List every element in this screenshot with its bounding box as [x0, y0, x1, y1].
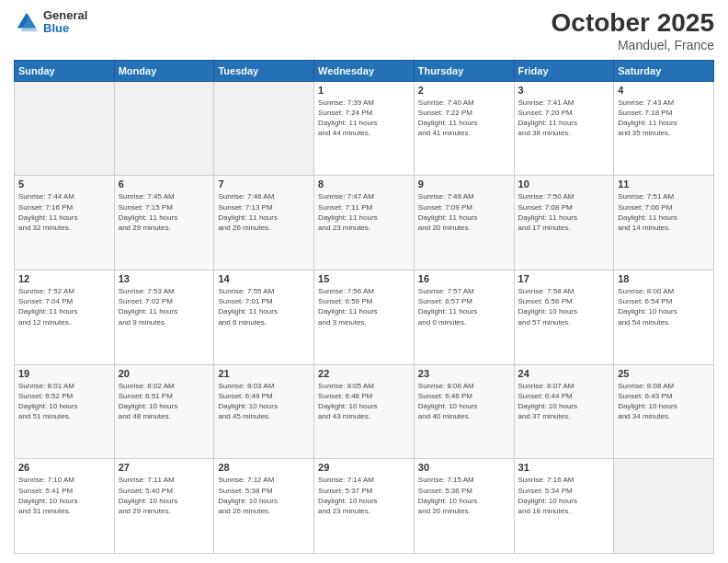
calendar-cell: 3Sunrise: 7:41 AM Sunset: 7:20 PM Daylig… [514, 81, 614, 176]
day-number: 12 [18, 273, 110, 284]
calendar-cell: 15Sunrise: 7:56 AM Sunset: 6:59 PM Dayli… [314, 270, 415, 365]
calendar-day-header: Sunday [15, 60, 115, 81]
day-number: 31 [518, 462, 610, 473]
calendar-cell: 1Sunrise: 7:39 AM Sunset: 7:24 PM Daylig… [314, 81, 415, 176]
calendar-cell: 11Sunrise: 7:51 AM Sunset: 7:06 PM Dayli… [614, 176, 714, 270]
day-info: Sunrise: 7:49 AM Sunset: 7:09 PM Dayligh… [418, 191, 510, 233]
calendar-day-header: Thursday [414, 60, 514, 81]
day-number: 23 [418, 368, 510, 379]
day-number: 11 [618, 178, 710, 190]
day-number: 15 [318, 273, 410, 284]
day-info: Sunrise: 7:15 AM Sunset: 5:36 PM Dayligh… [418, 475, 510, 516]
day-info: Sunrise: 7:52 AM Sunset: 7:04 PM Dayligh… [18, 286, 110, 327]
calendar-cell: 8Sunrise: 7:47 AM Sunset: 7:11 PM Daylig… [314, 176, 415, 270]
day-info: Sunrise: 7:53 AM Sunset: 7:02 PM Dayligh… [119, 286, 210, 327]
calendar-week-row: 1Sunrise: 7:39 AM Sunset: 7:24 PM Daylig… [15, 81, 714, 176]
calendar-cell: 17Sunrise: 7:58 AM Sunset: 6:56 PM Dayli… [514, 270, 614, 365]
calendar-week-row: 26Sunrise: 7:10 AM Sunset: 5:41 PM Dayli… [15, 459, 714, 554]
day-info: Sunrise: 7:41 AM Sunset: 7:20 PM Dayligh… [518, 98, 610, 139]
day-info: Sunrise: 7:43 AM Sunset: 7:18 PM Dayligh… [618, 98, 710, 139]
calendar-cell: 12Sunrise: 7:52 AM Sunset: 7:04 PM Dayli… [15, 270, 115, 365]
day-info: Sunrise: 7:46 AM Sunset: 7:13 PM Dayligh… [218, 191, 310, 233]
day-number: 1 [318, 85, 410, 96]
day-number: 16 [418, 273, 510, 284]
day-info: Sunrise: 7:14 AM Sunset: 5:37 PM Dayligh… [318, 475, 410, 516]
day-info: Sunrise: 7:12 AM Sunset: 5:38 PM Dayligh… [218, 475, 310, 516]
day-info: Sunrise: 7:10 AM Sunset: 5:41 PM Dayligh… [18, 475, 110, 516]
calendar-cell: 4Sunrise: 7:43 AM Sunset: 7:18 PM Daylig… [614, 81, 714, 176]
day-info: Sunrise: 7:57 AM Sunset: 6:57 PM Dayligh… [418, 286, 510, 327]
calendar-cell [614, 459, 714, 554]
calendar-cell: 5Sunrise: 7:44 AM Sunset: 7:16 PM Daylig… [15, 176, 115, 270]
day-info: Sunrise: 8:03 AM Sunset: 6:49 PM Dayligh… [218, 381, 310, 422]
day-number: 25 [618, 368, 710, 379]
day-number: 21 [218, 368, 310, 379]
day-info: Sunrise: 7:45 AM Sunset: 7:15 PM Dayligh… [119, 191, 210, 233]
calendar-cell [15, 81, 115, 176]
calendar-day-header: Wednesday [314, 60, 415, 81]
calendar-cell: 13Sunrise: 7:53 AM Sunset: 7:02 PM Dayli… [114, 270, 214, 365]
calendar-cell: 10Sunrise: 7:50 AM Sunset: 7:08 PM Dayli… [514, 176, 614, 270]
day-number: 5 [18, 178, 110, 190]
calendar-day-header: Monday [114, 60, 214, 81]
month-title: October 2025 [552, 9, 714, 38]
day-info: Sunrise: 7:39 AM Sunset: 7:24 PM Dayligh… [318, 98, 410, 139]
calendar-day-header: Saturday [614, 60, 714, 81]
day-info: Sunrise: 8:02 AM Sunset: 6:51 PM Dayligh… [119, 381, 210, 422]
day-info: Sunrise: 7:50 AM Sunset: 7:08 PM Dayligh… [518, 191, 610, 233]
calendar-cell: 30Sunrise: 7:15 AM Sunset: 5:36 PM Dayli… [414, 459, 514, 554]
day-number: 20 [119, 368, 210, 379]
calendar-cell: 24Sunrise: 8:07 AM Sunset: 6:44 PM Dayli… [514, 364, 614, 459]
calendar-cell: 20Sunrise: 8:02 AM Sunset: 6:51 PM Dayli… [114, 364, 214, 459]
day-number: 26 [18, 462, 110, 473]
day-info: Sunrise: 8:07 AM Sunset: 6:44 PM Dayligh… [518, 381, 610, 422]
location: Manduel, France [552, 38, 714, 52]
calendar-cell: 19Sunrise: 8:01 AM Sunset: 6:52 PM Dayli… [15, 364, 115, 459]
day-number: 8 [318, 178, 410, 190]
calendar-day-header: Tuesday [214, 60, 314, 81]
day-info: Sunrise: 8:05 AM Sunset: 6:48 PM Dayligh… [318, 381, 410, 422]
day-number: 28 [218, 462, 310, 473]
title-block: October 2025 Manduel, France [552, 9, 714, 52]
day-info: Sunrise: 7:55 AM Sunset: 7:01 PM Dayligh… [218, 286, 310, 327]
logo-general: General [43, 9, 87, 22]
day-number: 19 [18, 368, 110, 379]
calendar-cell: 14Sunrise: 7:55 AM Sunset: 7:01 PM Dayli… [214, 270, 314, 365]
day-number: 9 [418, 178, 510, 190]
day-number: 3 [518, 85, 610, 96]
day-info: Sunrise: 8:08 AM Sunset: 6:43 PM Dayligh… [618, 381, 710, 422]
calendar-cell: 9Sunrise: 7:49 AM Sunset: 7:09 PM Daylig… [414, 176, 514, 270]
day-number: 4 [618, 85, 710, 96]
day-info: Sunrise: 7:56 AM Sunset: 6:59 PM Dayligh… [318, 286, 410, 327]
calendar-cell: 22Sunrise: 8:05 AM Sunset: 6:48 PM Dayli… [314, 364, 415, 459]
day-number: 6 [119, 178, 210, 190]
day-number: 27 [119, 462, 210, 473]
day-info: Sunrise: 7:11 AM Sunset: 5:40 PM Dayligh… [119, 475, 210, 516]
day-info: Sunrise: 7:40 AM Sunset: 7:22 PM Dayligh… [418, 98, 510, 139]
calendar-cell: 21Sunrise: 8:03 AM Sunset: 6:49 PM Dayli… [214, 364, 314, 459]
calendar-week-row: 5Sunrise: 7:44 AM Sunset: 7:16 PM Daylig… [15, 176, 714, 270]
calendar-cell: 18Sunrise: 8:00 AM Sunset: 6:54 PM Dayli… [614, 270, 714, 365]
day-number: 30 [418, 462, 510, 473]
calendar-cell: 29Sunrise: 7:14 AM Sunset: 5:37 PM Dayli… [314, 459, 415, 554]
calendar-day-header: Friday [514, 60, 614, 81]
day-number: 2 [418, 85, 510, 96]
day-info: Sunrise: 7:44 AM Sunset: 7:16 PM Dayligh… [18, 191, 110, 233]
day-info: Sunrise: 7:58 AM Sunset: 6:56 PM Dayligh… [518, 286, 610, 327]
calendar-cell [214, 81, 314, 176]
day-info: Sunrise: 7:16 AM Sunset: 5:34 PM Dayligh… [518, 475, 610, 516]
calendar-header-row: SundayMondayTuesdayWednesdayThursdayFrid… [15, 60, 714, 81]
day-number: 14 [218, 273, 310, 284]
day-info: Sunrise: 8:06 AM Sunset: 6:46 PM Dayligh… [418, 381, 510, 422]
day-number: 29 [318, 462, 410, 473]
calendar-cell: 16Sunrise: 7:57 AM Sunset: 6:57 PM Dayli… [414, 270, 514, 365]
day-number: 10 [518, 178, 610, 190]
calendar-cell: 23Sunrise: 8:06 AM Sunset: 6:46 PM Dayli… [414, 364, 514, 459]
day-number: 18 [618, 273, 710, 284]
calendar-cell: 31Sunrise: 7:16 AM Sunset: 5:34 PM Dayli… [514, 459, 614, 554]
day-info: Sunrise: 7:47 AM Sunset: 7:11 PM Dayligh… [318, 191, 410, 233]
calendar-cell: 6Sunrise: 7:45 AM Sunset: 7:15 PM Daylig… [114, 176, 214, 270]
header: General Blue October 2025 Manduel, Franc… [14, 9, 714, 52]
calendar-cell: 7Sunrise: 7:46 AM Sunset: 7:13 PM Daylig… [214, 176, 314, 270]
logo: General Blue [14, 9, 87, 36]
